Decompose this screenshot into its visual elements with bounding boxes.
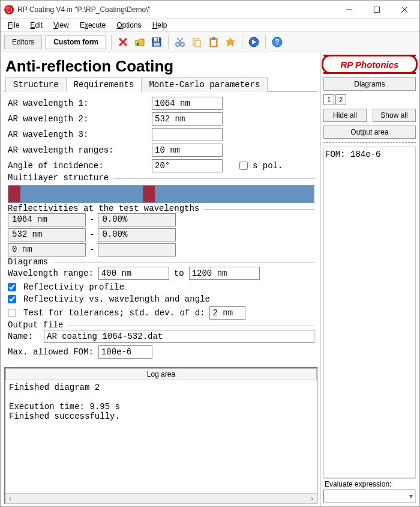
svg-rect-9 xyxy=(154,43,160,46)
ref-val-1: 0.00% xyxy=(98,213,176,226)
angle-input[interactable] xyxy=(152,159,223,172)
menu-file[interactable]: File xyxy=(3,20,24,31)
ref-wl-2: 532 nm xyxy=(8,228,86,241)
side-panel: RP Photonics Diagrams 1 2 Hide all Show … xyxy=(320,52,419,506)
output-name-input[interactable] xyxy=(44,330,314,343)
ar-wl1-label: AR wavelength 1: xyxy=(8,99,147,108)
log-area: Log area Finished diagram 2 Execution ti… xyxy=(4,367,318,504)
rp-photonics-logo: RP Photonics xyxy=(323,55,416,74)
diagram-1-button[interactable]: 1 xyxy=(323,94,334,105)
paste-icon[interactable] xyxy=(207,35,220,49)
menu-execute[interactable]: Execute xyxy=(75,20,110,31)
ref-val-2: 0.00% xyxy=(98,228,176,241)
minimize-button[interactable] xyxy=(335,1,363,18)
ref-dash: - xyxy=(89,215,94,225)
output-area-header: Output area xyxy=(323,126,416,139)
tolerances-input[interactable] xyxy=(209,306,245,320)
page-title: Anti-reflection Coating xyxy=(5,57,318,76)
spol-label: s pol. xyxy=(253,161,283,171)
main-panel: Anti-reflection Coating Structure Requir… xyxy=(1,52,320,506)
spol-option[interactable]: s pol. xyxy=(239,161,283,171)
multilayer-group: Multilayer structure xyxy=(8,178,314,203)
delete-icon[interactable] xyxy=(116,35,130,49)
ref-dash: - xyxy=(89,245,94,255)
diagrams-label: Diagrams xyxy=(8,257,53,267)
help-icon[interactable]: ? xyxy=(271,35,284,49)
evaluate-expression-label: Evaluate expression: xyxy=(323,478,416,490)
svg-rect-1 xyxy=(374,7,380,12)
cut-icon[interactable] xyxy=(173,35,187,49)
spol-checkbox[interactable] xyxy=(239,162,248,170)
menu-options[interactable]: Options xyxy=(112,20,146,31)
show-all-button[interactable]: Show all xyxy=(373,109,416,122)
toolbar-separator xyxy=(242,35,242,49)
ref-val-3 xyxy=(98,243,176,257)
layer-segment xyxy=(20,186,143,202)
reflectivities-group: Reflectivities at the test wavelengths 1… xyxy=(8,209,314,257)
tab-requirements[interactable]: Requirements xyxy=(66,77,142,92)
scroll-left-icon[interactable]: ‹ xyxy=(5,494,15,503)
log-scrollbar[interactable]: ‹ › xyxy=(5,493,317,503)
window-title: RP Coating V4 in "P:\RP_Coating\Demo\" xyxy=(17,5,335,14)
wl-range-to-input[interactable] xyxy=(189,267,260,280)
menu-help[interactable]: Help xyxy=(148,20,172,31)
reflectivity-profile-checkbox[interactable] xyxy=(8,283,16,291)
maximize-button[interactable] xyxy=(363,1,391,18)
log-body[interactable]: Finished diagram 2 Execution time: 9.95 … xyxy=(5,380,317,493)
output-file-label: Output file xyxy=(8,320,68,330)
favorite-icon[interactable] xyxy=(224,35,237,49)
ref-dash: - xyxy=(89,230,94,240)
tab-structure[interactable]: Structure xyxy=(5,77,67,92)
copy-icon[interactable] xyxy=(190,35,203,49)
tolerances-checkbox[interactable] xyxy=(8,309,16,317)
fom-output: FOM: 184e-6 xyxy=(325,150,380,159)
svg-rect-18 xyxy=(211,40,216,46)
menubar: File Edit View Execute Options Help xyxy=(1,19,419,32)
titlebar: RP Coating V4 in "P:\RP_Coating\Demo\" xyxy=(1,1,419,19)
save-icon[interactable] xyxy=(150,35,163,49)
wl-range-label: Wavelength range: xyxy=(8,269,94,278)
reflectivities-label: Reflectivities at the test wavelengths xyxy=(8,204,204,213)
wl-range-from-input[interactable] xyxy=(98,267,169,280)
run-icon[interactable] xyxy=(247,35,260,49)
reflectivity-angle-label: Reflectivity vs. wavelength and angle xyxy=(23,294,210,304)
wl-range-to-label: to xyxy=(174,269,184,278)
tab-monte-carlo[interactable]: Monte-Carlo parameters xyxy=(141,77,268,92)
tolerances-label: Test for tolerances; std. dev. of d: xyxy=(23,308,205,318)
svg-rect-15 xyxy=(195,40,200,47)
max-fom-input[interactable] xyxy=(98,345,152,359)
logo-text: RP Photonics xyxy=(341,59,399,70)
toolbar: Editors Custom form ? xyxy=(1,32,419,52)
scroll-right-icon[interactable]: › xyxy=(307,494,317,503)
requirements-panel: AR wavelength 1: AR wavelength 2: AR wav… xyxy=(4,92,318,363)
menu-view[interactable]: View xyxy=(49,20,74,31)
reflectivity-profile-label: Reflectivity profile xyxy=(23,282,124,292)
layer-segment xyxy=(155,186,314,202)
ar-ranges-input[interactable] xyxy=(152,144,223,157)
menu-edit[interactable]: Edit xyxy=(25,20,47,31)
ref-wl-1: 1064 nm xyxy=(8,213,86,226)
output-file-group: Output file Name: Max. allowed FOM: xyxy=(8,326,314,359)
diagrams-header: Diagrams xyxy=(323,77,416,91)
multilayer-label: Multilayer structure xyxy=(8,173,113,183)
editors-button[interactable]: Editors xyxy=(4,35,42,49)
chevron-down-icon[interactable]: ▾ xyxy=(407,492,415,500)
angle-label: Angle of incidence: xyxy=(8,161,147,171)
hide-all-button[interactable]: Hide all xyxy=(323,109,367,122)
ar-wl2-input[interactable] xyxy=(152,112,223,126)
output-name-label: Name: xyxy=(8,332,39,341)
open-icon[interactable] xyxy=(133,35,146,49)
svg-rect-8 xyxy=(157,38,158,41)
ar-wl1-input[interactable] xyxy=(152,97,223,110)
custom-form-button[interactable]: Custom form xyxy=(46,35,106,49)
svg-text:?: ? xyxy=(275,38,279,46)
toolbar-separator xyxy=(111,35,112,49)
ar-wl3-input[interactable] xyxy=(152,128,223,141)
close-button[interactable] xyxy=(391,1,418,18)
svg-point-11 xyxy=(181,43,184,46)
reflectivity-angle-checkbox[interactable] xyxy=(8,295,16,303)
toolbar-separator xyxy=(168,35,169,49)
ref-wl-3: 0 nm xyxy=(8,243,86,257)
diagram-2-button[interactable]: 2 xyxy=(335,94,346,105)
evaluate-expression-input[interactable]: ▾ xyxy=(323,490,416,503)
